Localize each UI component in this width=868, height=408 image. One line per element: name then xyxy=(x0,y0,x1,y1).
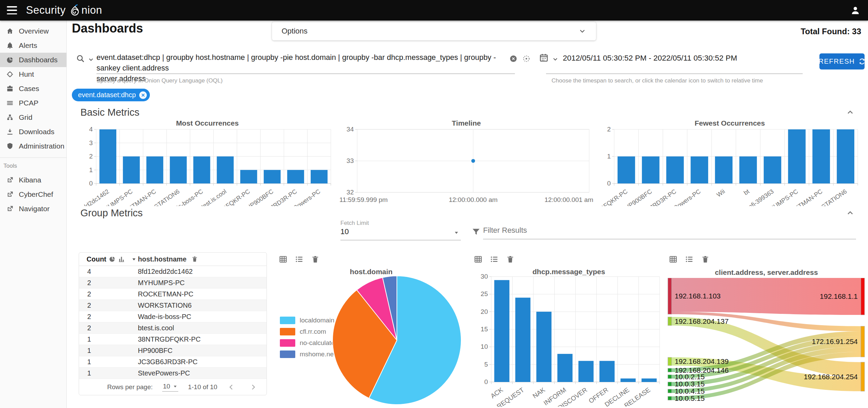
cell-count: 1 xyxy=(79,335,138,343)
sidebar-tool-cyberchef[interactable]: CyberChef xyxy=(0,187,66,202)
table-view-icon[interactable] xyxy=(669,255,677,264)
table-view-icon[interactable] xyxy=(474,255,482,264)
delete-viz-trash-icon[interactable] xyxy=(311,255,320,264)
pagination-range: 1-10 of 10 xyxy=(188,383,217,391)
pie-viz-toolbar xyxy=(279,255,320,264)
sidebar-item-dashboards[interactable]: Dashboards xyxy=(0,53,66,67)
svg-text:38NTRGDFQKR-PC: 38NTRGDFQKR-PC xyxy=(598,188,629,206)
cell-count: 2 xyxy=(79,302,138,309)
delete-viz-trash-icon[interactable] xyxy=(701,255,710,264)
pie-chart-toggle-icon[interactable] xyxy=(109,256,116,263)
page-title: Dashboards xyxy=(72,21,143,36)
query-actions-icon[interactable] xyxy=(522,55,530,63)
basic-metrics-collapse-icon[interactable] xyxy=(846,108,855,117)
fetch-limit-caret-icon[interactable] xyxy=(454,230,459,235)
sidebar-item-overview[interactable]: Overview xyxy=(0,24,66,38)
options-panel[interactable]: Options xyxy=(272,22,596,40)
list-view-icon[interactable] xyxy=(490,255,498,264)
table-row[interactable]: 2WORKSTATION6 xyxy=(79,300,267,311)
previous-page-icon[interactable] xyxy=(227,383,236,392)
table-row[interactable]: 1HP900BFC xyxy=(79,345,267,356)
sidebar-tool-kibana[interactable]: Kibana xyxy=(0,173,66,187)
sidebar-item-grid[interactable]: Grid xyxy=(0,110,66,125)
next-page-icon[interactable] xyxy=(249,383,258,392)
fetch-limit-label: Fetch Limit xyxy=(340,220,369,227)
table-header: Count host.hostname xyxy=(79,253,267,266)
menu-icon[interactable] xyxy=(7,6,17,14)
group-metrics-collapse-icon[interactable] xyxy=(846,208,855,217)
sidebar-item-pcap[interactable]: PCAP xyxy=(0,96,66,110)
timespan-chevron-down-icon[interactable] xyxy=(552,56,559,63)
cell-count: 1 xyxy=(79,358,138,366)
sitemap-icon xyxy=(6,114,14,121)
table-row[interactable]: 2ROCKETMAN-PC xyxy=(79,289,267,300)
svg-text:192.168.204.254: 192.168.204.254 xyxy=(804,373,858,381)
column-header-hostname[interactable]: host.hostname xyxy=(138,255,186,263)
sidebar: OverviewAlertsDashboardsHuntCasesPCAPGri… xyxy=(0,21,67,408)
cell-hostname: StevePowers-PC xyxy=(138,369,190,377)
most-occurrences-card: Most Occurrences 012348fd12edd2dc1462MYH… xyxy=(80,119,334,206)
svg-text:172.16.91.254: 172.16.91.254 xyxy=(812,337,858,345)
sidebar-item-alerts[interactable]: Alerts xyxy=(0,38,66,53)
security-onion-dashboards-page: Security nion OverviewAlertsDashboardsHu… xyxy=(0,0,868,408)
rows-per-page-select[interactable]: 10 xyxy=(162,383,178,392)
svg-text:0: 0 xyxy=(89,180,93,187)
table-row[interactable]: 2btest.is.cool xyxy=(79,322,267,334)
filter-chip[interactable]: event.dataset:dhcp ✕ xyxy=(72,89,150,101)
svg-text:20: 20 xyxy=(481,308,488,315)
svg-text:32: 32 xyxy=(347,189,354,196)
chart-title: Fewest Occurrences xyxy=(598,119,861,127)
delete-viz-trash-icon[interactable] xyxy=(506,255,515,264)
top-bar: Security nion xyxy=(0,0,868,21)
chip-remove-icon[interactable]: ✕ xyxy=(139,91,147,99)
svg-text:2: 2 xyxy=(89,153,93,160)
list-view-icon[interactable] xyxy=(685,255,694,264)
options-label: Options xyxy=(282,27,308,36)
calendar-icon[interactable] xyxy=(539,53,548,62)
table-row[interactable]: 2Wade-is-boss-PC xyxy=(79,311,267,322)
table-row[interactable]: 2MYHUMPS-PC xyxy=(79,277,267,289)
svg-text:bt: bt xyxy=(742,188,751,196)
basic-metrics-charts: Most Occurrences 012348fd12edd2dc1462MYH… xyxy=(80,119,861,206)
external-link-icon xyxy=(6,176,14,184)
svg-text:sourcefi-399363: sourcefi-399363 xyxy=(735,188,775,206)
table-view-icon[interactable] xyxy=(279,255,287,264)
svg-text:12:00:00.001 am: 12:00:00.001 am xyxy=(544,196,593,203)
filter-results-input[interactable] xyxy=(483,226,856,239)
query-chevron-down-icon[interactable] xyxy=(88,56,94,63)
clear-query-icon[interactable] xyxy=(509,55,517,63)
column-header-count[interactable]: Count xyxy=(87,255,106,263)
sidebar-item-administration[interactable]: Administration xyxy=(0,139,66,153)
fewest-occurrences-card: Fewest Occurrences 01238NTRGDFQKR-PCHP90… xyxy=(598,119,861,206)
sidebar-item-downloads[interactable]: Downloads xyxy=(0,125,66,139)
query-hint: Specify a query in Onion Query Language … xyxy=(96,77,223,84)
refresh-button[interactable]: REFRESH xyxy=(819,53,865,69)
chevron-down-icon xyxy=(578,27,586,35)
list-view-icon[interactable] xyxy=(295,255,303,264)
fetch-limit-select[interactable]: 10 xyxy=(340,227,349,236)
sidebar-item-label: Hunt xyxy=(19,70,34,78)
sidebar-tool-items: KibanaCyberChefNavigator xyxy=(0,173,66,216)
svg-text:34: 34 xyxy=(347,127,354,133)
cell-hostname: HP900BFC xyxy=(138,347,172,355)
svg-text:33: 33 xyxy=(347,157,354,164)
svg-text:NAK: NAK xyxy=(531,386,546,400)
user-icon[interactable] xyxy=(850,5,860,15)
timespan-input[interactable]: 2012/05/11 05:30:52 PM - 2022/05/11 05:3… xyxy=(563,54,737,63)
table-row[interactable]: 48fd12edd2dc1462 xyxy=(79,266,267,277)
sidebar-item-label: Administration xyxy=(19,142,64,150)
table-row[interactable]: 1StevePowers-PC xyxy=(79,368,267,379)
remove-groupby-trash-icon[interactable] xyxy=(191,256,198,263)
bar-viz-toolbar xyxy=(474,255,515,264)
sort-descending-icon[interactable] xyxy=(131,257,137,262)
table-row[interactable]: 138NTRGDFQKR-PC xyxy=(79,334,267,345)
brand-logo: Security nion xyxy=(26,4,102,16)
table-row[interactable]: 1JC3GB6JRD3R-PC xyxy=(79,356,267,368)
bar-chart-toggle-icon[interactable] xyxy=(118,256,125,263)
sidebar-item-hunt[interactable]: Hunt xyxy=(0,67,66,81)
svg-text:192.168.1.1: 192.168.1.1 xyxy=(820,292,858,300)
rows-per-page-label: Rows per page: xyxy=(107,383,153,391)
sidebar-item-cases[interactable]: Cases xyxy=(0,81,66,96)
svg-text:192.168.1.103: 192.168.1.103 xyxy=(675,292,721,300)
sidebar-tool-navigator[interactable]: Navigator xyxy=(0,202,66,216)
